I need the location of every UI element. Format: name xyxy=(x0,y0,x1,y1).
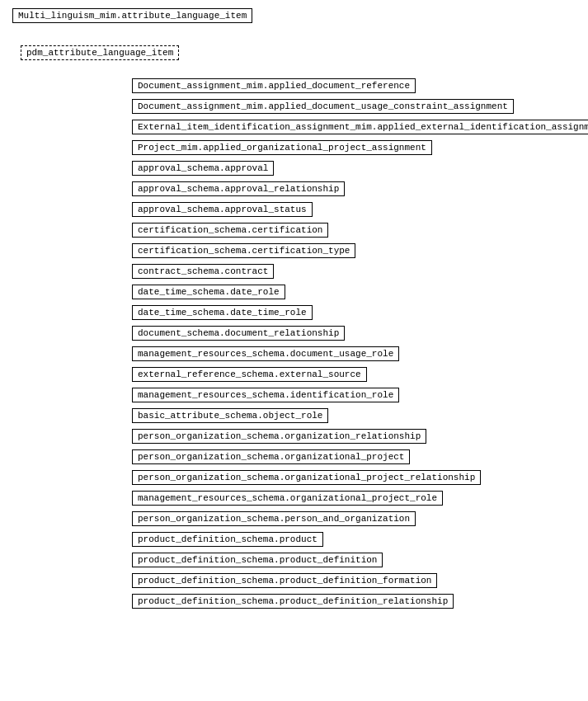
child-node-c10: contract_schema.contract xyxy=(132,264,274,279)
child-node-c6: approval_schema.approval_relationship xyxy=(132,181,345,196)
child-node-c3: External_item_identification_assignment_… xyxy=(132,120,588,134)
child-node-c15: external_reference_schema.external_sourc… xyxy=(132,367,367,382)
child-node-c21: management_resources_schema.organization… xyxy=(132,491,443,506)
child-node-c24: product_definition_schema.product_defini… xyxy=(132,553,383,567)
child-node-c7: approval_schema.approval_status xyxy=(132,202,313,217)
child-node-c1: Document_assignment_mim.applied_document… xyxy=(132,78,416,93)
child-node-c19: person_organization_schema.organizationa… xyxy=(132,449,410,464)
child-node-c25: product_definition_schema.product_defini… xyxy=(132,573,437,588)
child-node-c18: person_organization_schema.organization_… xyxy=(132,429,426,444)
child-node-c12: date_time_schema.date_time_role xyxy=(132,305,313,320)
child-node-c16: management_resources_schema.identificati… xyxy=(132,388,399,402)
child-node-c11: date_time_schema.date_role xyxy=(132,285,285,299)
child-node-c2: Document_assignment_mim.applied_document… xyxy=(132,99,514,114)
root-node: Multi_linguism_mim.attribute_language_it… xyxy=(12,8,252,23)
child-node-c8: certification_schema.certification xyxy=(132,223,328,238)
child-node-c9: certification_schema.certification_type xyxy=(132,243,355,258)
diagram-container: Multi_linguism_mim.attribute_language_it… xyxy=(0,0,588,16)
child-node-c17: basic_attribute_schema.object_role xyxy=(132,408,328,423)
child-node-c22: person_organization_schema.person_and_or… xyxy=(132,511,416,526)
child-node-c23: product_definition_schema.product xyxy=(132,532,323,547)
child-node-c13: document_schema.document_relationship xyxy=(132,326,345,341)
intermediate-node: pdm_attribute_language_item xyxy=(21,45,179,60)
child-node-c20: person_organization_schema.organizationa… xyxy=(132,470,481,485)
child-node-c5: approval_schema.approval xyxy=(132,161,274,176)
child-node-c14: management_resources_schema.document_usa… xyxy=(132,346,399,361)
child-node-c26: product_definition_schema.product_defini… xyxy=(132,594,454,609)
child-node-c4: Project_mim.applied_organizational_proje… xyxy=(132,140,432,155)
